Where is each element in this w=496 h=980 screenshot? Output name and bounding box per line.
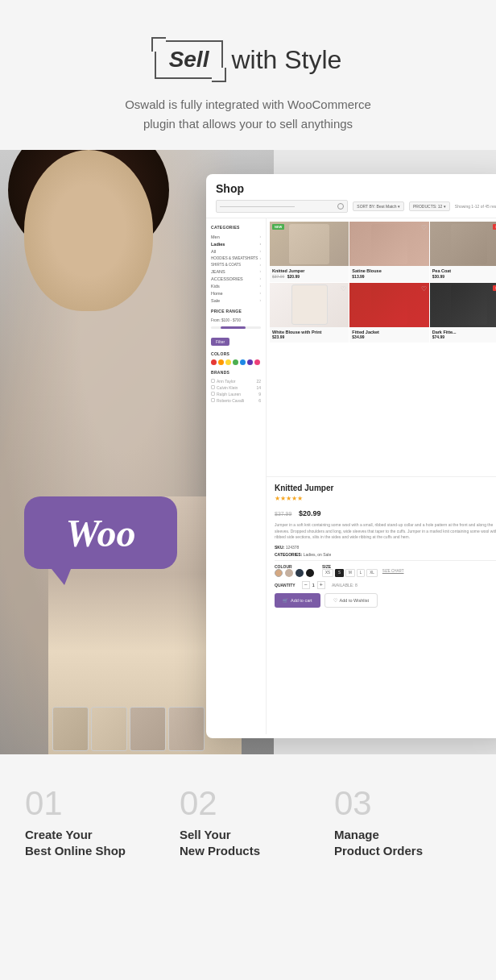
thumbnail-1 [52, 707, 89, 751]
price-range-label: PRICE RANGE [211, 309, 261, 314]
subtitle-line2: plugin that allows your to sell anything… [16, 114, 480, 134]
brands-section: BRANDS Ann Taylor 22 Calvin Klein 14 Ral… [211, 370, 261, 404]
sidebar-item-home[interactable]: Home › [211, 289, 261, 297]
brand-ralph-lauren[interactable]: Ralph Lauren 9 [211, 391, 261, 397]
size-m[interactable]: M [345, 569, 355, 577]
heart-wishlist-icon: ♡ [333, 598, 337, 603]
product-card-fitted-jacket[interactable]: ♡ Fitted Jacket $34.99 [349, 283, 428, 343]
available-text: AVAILABLE: 8 [332, 583, 358, 588]
product-card-dark-fitted[interactable]: SALE Dark Fitte... $74.99 [430, 283, 496, 343]
woo-label: Woo [65, 511, 135, 555]
shop-title: Shop [216, 182, 496, 195]
categories-label-detail: CATEGORIES: [275, 552, 302, 557]
feature-number-1: 01 [25, 787, 162, 820]
product-card-white-blouse[interactable]: ♡ White Blouse with Print $23.99 [270, 283, 349, 343]
product-detail-panel: Knitted Jumper ★★★★★ $37.99 $20.99 Jumpe… [267, 476, 496, 734]
divider [275, 560, 496, 561]
color-pink[interactable] [254, 359, 260, 365]
brand-calvin-klein[interactable]: Calvin Klein 14 [211, 384, 261, 391]
filter-button[interactable]: Filter [211, 338, 229, 346]
sidebar-item-jeans[interactable]: JEANS › [211, 268, 261, 275]
colour-dots [275, 569, 314, 577]
heart-icon-2[interactable]: ♡ [341, 285, 346, 293]
sidebar-item-shirts[interactable]: SHIRTS & COATS › [211, 261, 261, 268]
categories-label: CATEGORIES [211, 225, 261, 230]
feature-item-1: 01 Create Your Best Online Shop [25, 787, 162, 858]
product-img-satine-blouse [349, 222, 428, 266]
sort-dropdown[interactable]: SORT BY: Best Match ▾ [353, 201, 404, 211]
size-l[interactable]: L [357, 569, 366, 577]
product-price-white-blouse: $23.99 [272, 334, 346, 339]
price: $30.99 [432, 274, 444, 279]
product-card-knitted-jumper[interactable]: NEW Knitted Jumper $37.99 $20.99 [270, 222, 349, 282]
product-card-pea-coat[interactable]: SALE Pea Coat $30.99 [430, 222, 496, 282]
sell-label: Sell [169, 47, 209, 72]
colour-dot-black[interactable] [306, 569, 314, 577]
heart-icon-1[interactable]: ♡ [421, 224, 427, 231]
sidebar-item-all[interactable]: All › [211, 247, 261, 255]
feature-title-1: Create Your Best Online Shop [25, 827, 162, 858]
detail-old-price: $37.99 [275, 511, 291, 517]
price-range-fill [221, 326, 246, 329]
badge-new: NEW [272, 224, 284, 230]
colour-dot-grey[interactable] [285, 569, 293, 577]
qty-plus-btn[interactable]: + [317, 581, 325, 589]
colors-section: COLORS [211, 351, 261, 365]
products-dropdown[interactable]: PRODUCTS: 12 ▾ [409, 201, 450, 211]
sidebar-item-kids[interactable]: Kids › [211, 282, 261, 289]
product-img-white-blouse [270, 283, 349, 327]
size-s[interactable]: S [335, 569, 344, 577]
feature-title-line1-1: Create Your [25, 828, 93, 841]
size-options: XS S M L XL SIZE CHART [322, 569, 403, 577]
feature-number-3: 03 [334, 787, 471, 820]
color-red[interactable] [211, 359, 217, 365]
colour-dot-beige[interactable] [275, 569, 283, 577]
search-bar[interactable] [216, 200, 348, 213]
cart-icon: 🛒 [283, 598, 288, 603]
color-purple[interactable] [247, 359, 253, 365]
headline-row: Sell with Style [16, 40, 480, 79]
sidebar-item-men[interactable]: Men › [211, 233, 261, 240]
add-to-cart-button[interactable]: 🛒 Add to cart [275, 593, 320, 608]
colour-dot-navy[interactable] [296, 569, 304, 577]
size-chart-link[interactable]: SIZE CHART [382, 569, 404, 577]
checkbox-ann-taylor[interactable] [211, 379, 215, 383]
price-range-bar [211, 326, 261, 329]
brand-ann-taylor[interactable]: Ann Taylor 22 [211, 378, 261, 384]
sidebar-item-ladies[interactable]: Ladies › [211, 240, 261, 247]
heart-icon-3[interactable]: ♡ [421, 285, 427, 293]
search-line [220, 206, 295, 207]
search-icon [337, 203, 344, 210]
detail-price: $37.99 $20.99 [275, 505, 496, 519]
sidebar-item-accessories[interactable]: ACCESSORIES › [211, 275, 261, 282]
product-name-white-blouse: White Blouse with Print [272, 330, 346, 335]
size-xl[interactable]: XL [366, 569, 378, 577]
checkbox-roberto-cavalli[interactable] [211, 398, 215, 402]
sidebar-item-sale[interactable]: Sale › [211, 297, 261, 304]
color-orange[interactable] [218, 359, 224, 365]
brand-roberto-cavalli[interactable]: Roberto Cavalli 6 [211, 397, 261, 404]
add-to-cart-label: Add to cart [291, 598, 312, 603]
color-green[interactable] [233, 359, 238, 365]
price: $34.99 [352, 334, 364, 339]
color-yellow[interactable] [225, 359, 231, 365]
sku-label: SKU: [275, 545, 284, 550]
product-img-dark-fitted [430, 283, 496, 327]
checkbox-calvin-klein[interactable] [211, 385, 215, 389]
checkbox-ralph-lauren[interactable] [211, 392, 215, 396]
sidebar-item-hoodies[interactable]: HOODIES & SWEATSHIRTS › [211, 255, 261, 261]
add-to-wishlist-button[interactable]: ♡ Add to Wishlist [324, 593, 378, 608]
product-name-satine-blouse: Satine Blouse [352, 268, 426, 274]
size-section: SIZE XS S M L XL SIZE CHART [322, 564, 403, 577]
detail-sku: SKU: 124378 [275, 545, 496, 550]
qty-minus-btn[interactable]: − [302, 581, 310, 589]
size-xs[interactable]: XS [322, 569, 333, 577]
product-card-satine-blouse[interactable]: ♡ Satine Blouse $13.99 [349, 222, 428, 282]
feature-title-line2-2: New Products [180, 844, 260, 858]
color-blue[interactable] [240, 359, 246, 365]
add-to-wishlist-label: Add to Wishlist [340, 598, 369, 603]
shop-mockup: Shop SORT BY: Best Match ▾ PRODUCTS: 12 … [206, 174, 496, 738]
features-section: 01 Create Your Best Online Shop 02 Sell … [0, 754, 496, 891]
colour-section: COLOUR [275, 564, 314, 577]
feature-title-2: Sell Your New Products [180, 827, 316, 858]
